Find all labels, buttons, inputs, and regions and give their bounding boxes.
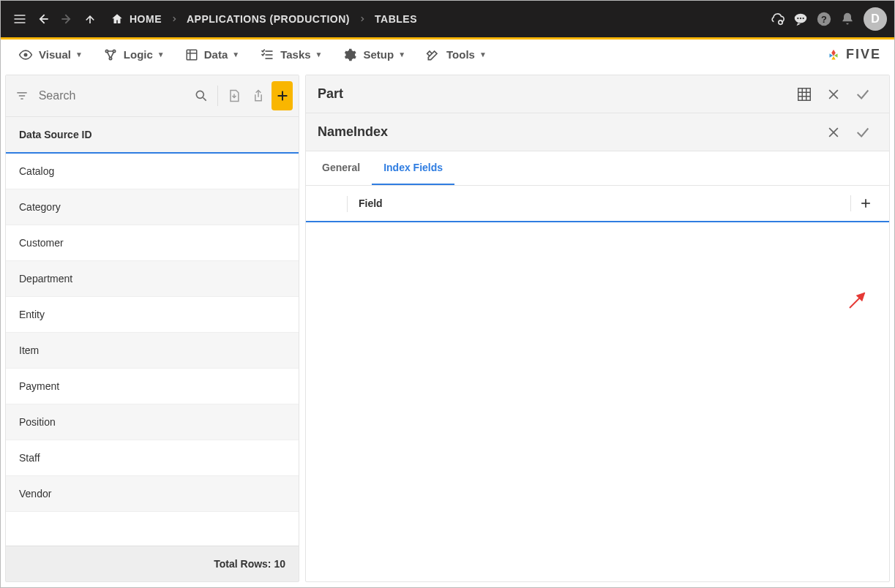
search-bar xyxy=(6,75,299,116)
svg-rect-30 xyxy=(798,88,811,100)
home-icon[interactable]: HOME xyxy=(111,12,162,26)
svg-point-6 xyxy=(779,20,783,25)
panel-header-main: Part xyxy=(306,75,889,113)
table-row[interactable]: Category xyxy=(6,189,299,225)
avatar-initial: D xyxy=(871,12,880,26)
svg-point-14 xyxy=(105,50,108,52)
svg-line-27 xyxy=(203,98,206,101)
panel-title: Part xyxy=(318,86,343,102)
table-row[interactable]: Vendor xyxy=(6,476,299,512)
menu-visual[interactable]: Visual▼ xyxy=(8,43,93,67)
field-header: Field xyxy=(306,186,889,222)
import-icon[interactable] xyxy=(224,81,245,110)
bell-icon[interactable] xyxy=(836,7,859,31)
export-icon[interactable] xyxy=(248,81,269,110)
workspace: Data Source ID CatalogCategoryCustomerDe… xyxy=(1,70,894,587)
filter-icon[interactable] xyxy=(12,81,33,110)
back-icon[interactable] xyxy=(31,7,55,31)
help-icon[interactable]: ? xyxy=(812,7,836,31)
svg-point-16 xyxy=(109,57,111,59)
grid-icon[interactable] xyxy=(790,80,819,109)
right-panel: Part NameIndex General Index Fields Fiel… xyxy=(305,75,890,582)
add-button[interactable] xyxy=(272,81,293,110)
annotation-arrow-icon xyxy=(847,289,869,311)
menu-tools[interactable]: Tools▼ xyxy=(416,43,497,67)
svg-text:?: ? xyxy=(821,14,827,25)
table-row[interactable]: Department xyxy=(6,261,299,297)
svg-point-13 xyxy=(24,53,28,56)
top-bar: HOME APPLICATIONS (PRODUCTION) TABLES ? … xyxy=(1,1,894,37)
chevron-right-icon xyxy=(351,15,373,23)
table-row[interactable]: Position xyxy=(6,404,299,440)
svg-point-9 xyxy=(800,18,801,19)
close-icon[interactable] xyxy=(819,118,848,147)
chat-icon[interactable] xyxy=(789,7,812,31)
left-panel: Data Source ID CatalogCategoryCustomerDe… xyxy=(5,75,299,582)
list-header[interactable]: Data Source ID xyxy=(6,116,299,154)
table-row[interactable]: Staff xyxy=(6,440,299,476)
list-body: CatalogCategoryCustomerDepartmentEntityI… xyxy=(6,154,299,546)
avatar[interactable]: D xyxy=(864,7,887,31)
chevron-right-icon xyxy=(163,15,185,23)
check-icon[interactable] xyxy=(848,80,877,109)
close-icon[interactable] xyxy=(819,80,848,109)
panel-header-sub: NameIndex xyxy=(306,113,889,151)
check-icon[interactable] xyxy=(848,118,877,147)
svg-rect-17 xyxy=(187,50,197,60)
menu-tasks[interactable]: Tasks▼ xyxy=(250,43,332,67)
table-row[interactable]: Catalog xyxy=(6,154,299,189)
svg-point-8 xyxy=(797,18,798,19)
table-row[interactable]: Entity xyxy=(6,297,299,333)
breadcrumb-apps[interactable]: APPLICATIONS (PRODUCTION) xyxy=(187,13,350,25)
divider xyxy=(850,195,851,211)
divider xyxy=(217,86,218,106)
menu-logic[interactable]: Logic▼ xyxy=(93,43,175,67)
menu-bar: Visual▼ Logic▼ Data▼ Tasks▼ Setup▼ Tools… xyxy=(1,39,894,70)
menu-icon[interactable] xyxy=(8,7,31,31)
tab-bar: General Index Fields xyxy=(306,151,889,186)
svg-point-10 xyxy=(803,18,804,19)
column-field-label[interactable]: Field xyxy=(359,197,383,209)
breadcrumb-home[interactable]: HOME xyxy=(130,13,162,25)
menu-setup[interactable]: Setup▼ xyxy=(332,43,416,67)
cloud-icon[interactable] xyxy=(765,7,789,31)
list-footer: Total Rows: 10 xyxy=(6,546,299,581)
add-field-button[interactable] xyxy=(854,192,877,215)
svg-point-26 xyxy=(196,91,203,98)
divider xyxy=(347,196,348,212)
table-row[interactable]: Item xyxy=(6,333,299,369)
panel-subtitle: NameIndex xyxy=(318,124,388,140)
breadcrumb-tables[interactable]: TABLES xyxy=(375,13,417,25)
forward-icon xyxy=(55,7,78,31)
search-input[interactable] xyxy=(36,85,188,107)
search-icon[interactable] xyxy=(191,81,212,110)
menu-data[interactable]: Data▼ xyxy=(175,44,250,66)
table-row[interactable]: Payment xyxy=(6,369,299,404)
tab-index-fields[interactable]: Index Fields xyxy=(372,151,454,185)
table-row[interactable]: Customer xyxy=(6,225,299,261)
tab-general[interactable]: General xyxy=(310,151,372,185)
brand-logo: FIVE xyxy=(825,47,881,63)
svg-point-15 xyxy=(113,50,115,52)
up-icon[interactable] xyxy=(78,7,102,31)
svg-line-41 xyxy=(850,293,864,308)
